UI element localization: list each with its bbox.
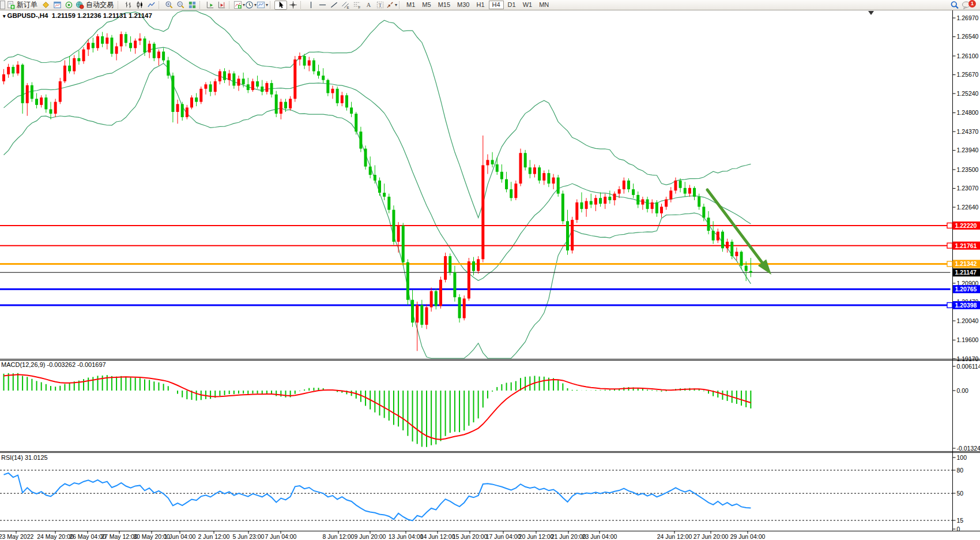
price-tick-label: 1.23500 (957, 166, 979, 173)
timeframe-m5-button[interactable]: M5 (419, 1, 434, 9)
vertical-line-tool-button[interactable] (305, 1, 316, 10)
bar-chart-button[interactable] (122, 1, 134, 10)
diamond-icon (42, 1, 50, 9)
channel-tool-button[interactable]: E (340, 1, 351, 10)
tile-windows-button[interactable] (186, 1, 198, 10)
time-axis-label: 8 Jun 12:00 (323, 533, 355, 540)
text-tool-button[interactable]: A (363, 1, 374, 10)
text-a-icon: A (364, 1, 373, 9)
chart-title: ▾GBPUSD-,H4 1.21159 1.21236 1.21131 1.21… (3, 12, 152, 19)
horizontal-line-tool-button[interactable] (316, 1, 328, 10)
price-tick-label: 1.25670 (957, 71, 979, 78)
trendline-tool-button[interactable] (328, 1, 340, 10)
cursor-tool-button[interactable] (274, 1, 287, 10)
shapes-tool-button[interactable]: ▾ (386, 1, 397, 10)
price-tick-label: 1.20040 (957, 317, 979, 324)
line-chart-icon (147, 1, 156, 9)
zoom-in-button[interactable] (163, 1, 175, 10)
auto-scroll-button[interactable] (204, 1, 216, 10)
search-button[interactable] (949, 1, 960, 10)
timeframe-d1-button[interactable]: D1 (505, 1, 519, 9)
arrow-shaft[interactable] (707, 190, 762, 262)
time-axis-label: 23 May 2022 (0, 533, 34, 540)
periods-button[interactable]: ▾ (245, 1, 257, 10)
time-axis-label: 27 Jun 20:00 (693, 533, 729, 540)
timeframe-m30-button[interactable]: M30 (454, 1, 472, 9)
main-toolbar: 新订单 自动交易 ▾ ▾ ▾ E F A T ▾ M1M5M15M30H1H4D… (0, 0, 980, 10)
chart-window[interactable]: 1.269701.265401.261001.256701.252401.248… (0, 0, 980, 540)
cursor-icon (277, 1, 285, 9)
time-axis-label: 1 Jun 04:00 (164, 533, 196, 540)
timeframe-mn-button[interactable]: MN (536, 1, 552, 9)
timeframe-group: M1M5M15M30H1H4D1W1MN (404, 1, 552, 9)
auto-trading-label: 自动交易 (86, 0, 114, 10)
line-chart-button[interactable] (145, 1, 157, 10)
new-order-button[interactable]: 新订单 (5, 1, 40, 10)
time-axis-label: 20 Jun 12:00 (519, 533, 554, 540)
new-order-label: 新订单 (17, 0, 37, 10)
price-tick-label: 1.24370 (957, 128, 979, 135)
trendline-icon (330, 1, 338, 9)
templates-button[interactable]: ▾ (257, 1, 268, 10)
time-axis-label: 27 May 12:00 (101, 533, 138, 540)
clipped-icon (0, 1, 5, 9)
time-axis-label: 14 Jun 12:00 (420, 533, 455, 540)
notification-badge: 1 (968, 0, 976, 7)
timeframe-h1-button[interactable]: H1 (473, 1, 487, 9)
bar-chart-icon (124, 1, 133, 9)
indicators-button[interactable]: ▾ (233, 1, 245, 10)
fibonacci-tool-button[interactable]: F (351, 1, 363, 10)
time-axis-label: 7 Jun 04:00 (265, 533, 297, 540)
time-axis-label: 24 Jun 12:00 (657, 533, 692, 540)
dropdown-arrow-icon: ▾ (266, 2, 268, 7)
time-axis-label: 2 Jun 12:00 (198, 533, 230, 540)
clock-icon (245, 1, 254, 9)
label-tool-button[interactable]: T (374, 1, 386, 10)
macd-panel: 0.0061140.00-0.013241 (4, 363, 980, 452)
level-marker-square[interactable] (947, 302, 952, 308)
chart-shift-marker[interactable] (868, 11, 874, 15)
timeframe-m1-button[interactable]: M1 (404, 1, 418, 9)
level-marker-square[interactable] (947, 243, 952, 248)
auto-trading-icon (76, 1, 84, 9)
rsi-axis-label: 100 (957, 454, 967, 461)
level-price-label: 1.20765 (955, 286, 977, 292)
zoom-in-icon (165, 1, 174, 9)
chart-shift-button[interactable] (216, 1, 227, 10)
level-marker-square[interactable] (947, 261, 952, 267)
search-icon (950, 1, 959, 10)
macd-axis-label: -0.013241 (957, 445, 980, 452)
alerts-button[interactable] (63, 1, 74, 10)
level-price-label: 1.21761 (955, 242, 977, 249)
zoom-out-button[interactable] (175, 1, 186, 10)
zoom-out-icon (176, 1, 185, 9)
new-chart-button[interactable] (40, 1, 51, 10)
time-axis-label: 23 Jun 04:00 (582, 533, 617, 540)
price-tick-label: 1.23940 (957, 147, 979, 153)
level-price-label: 1.21342 (955, 260, 977, 267)
timeframe-w1-button[interactable]: W1 (520, 1, 536, 9)
chart-canvas[interactable]: 1.269701.265401.261001.256701.252401.248… (0, 0, 980, 540)
svg-text:T: T (378, 2, 381, 8)
timeframe-h4-button[interactable]: H4 (489, 1, 504, 9)
ohlc-values: 1.21159 1.21236 1.21131 1.21147 (52, 12, 152, 19)
time-axis-label: 9 Jun 20:00 (355, 533, 386, 540)
candlestick-chart-button[interactable] (134, 1, 145, 10)
macd-axis-label: 0.00 (957, 387, 969, 394)
crosshair-tool-button[interactable] (287, 1, 299, 10)
symbol-dropdown-icon: ▾ (3, 13, 6, 19)
timeframe-m15-button[interactable]: M15 (435, 1, 453, 9)
rsi-indicator-label: RSI(14) 31.0125 (1, 454, 48, 461)
rsi-panel: 1008050150 (0, 454, 967, 532)
svg-text:E: E (346, 5, 349, 9)
add-indicator-icon (233, 1, 242, 9)
auto-trading-button[interactable]: 自动交易 (74, 1, 116, 10)
candles-layer (2, 32, 752, 351)
price-tick-label: 1.24800 (957, 109, 979, 116)
tile-windows-icon (188, 1, 197, 9)
profiles-button[interactable] (51, 1, 63, 10)
chart-shift-icon (217, 1, 226, 9)
time-axis-label: 13 Jun 04:00 (389, 533, 424, 540)
notifications-button[interactable]: 1 (960, 1, 972, 10)
level-marker-square[interactable] (947, 223, 952, 228)
